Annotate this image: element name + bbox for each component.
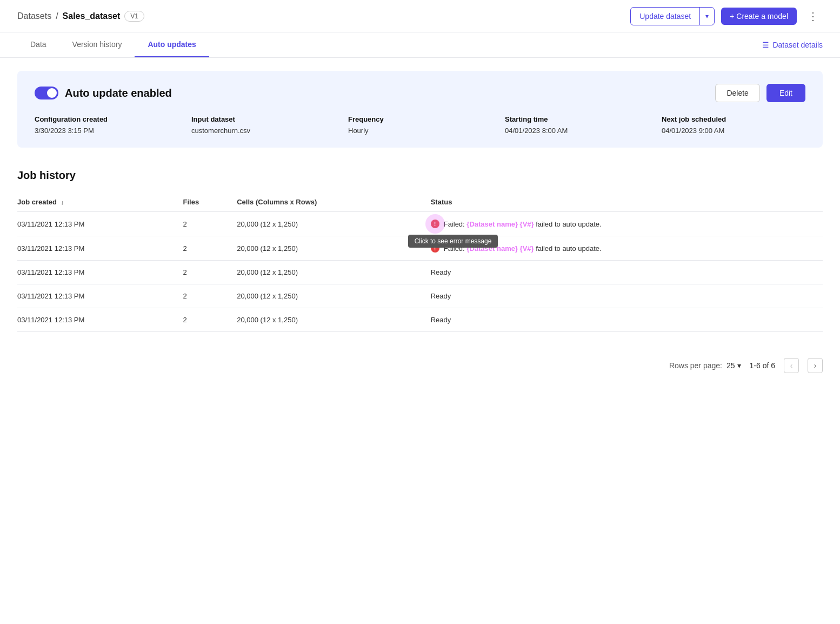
update-dataset-label: Update dataset <box>631 8 700 25</box>
status-error: !Failed: {Dataset name} {V#} failed to a… <box>431 244 814 253</box>
breadcrumb-sep: / <box>56 11 58 21</box>
tab-auto-updates[interactable]: Auto updates <box>135 32 209 57</box>
cell-date: 03/11/2021 12:13 PM <box>17 308 183 332</box>
error-icon-wrapper[interactable]: !Click to see error message <box>431 220 439 228</box>
starting-time-label: Starting time <box>505 115 649 123</box>
dataset-details-icon: ☰ <box>762 41 769 49</box>
cell-status[interactable]: !Failed: {Dataset name} {V#} failed to a… <box>431 236 823 261</box>
cell-cells: 20,000 (12 x 1,250) <box>237 308 430 332</box>
tabs-bar: Data Version history Auto updates ☰ Data… <box>0 32 840 58</box>
next-job-value: 04/01/2023 9:00 AM <box>662 127 805 135</box>
status-ready: Ready <box>431 268 451 276</box>
page-info: 1-6 of 6 <box>750 361 775 370</box>
error-icon: ! <box>431 244 439 253</box>
config-input-dataset: Input dataset customerchurn.csv <box>191 115 335 135</box>
update-dataset-dropdown-icon[interactable]: ▾ <box>700 8 714 24</box>
status-text-post: failed to auto update. <box>534 244 602 253</box>
table-row: 03/11/2021 12:13 PM220,000 (12 x 1,250)!… <box>17 212 823 236</box>
dataset-details-label: Dataset details <box>772 41 823 49</box>
status-text-pre: Failed: <box>444 220 467 228</box>
status-text-post: failed to auto update. <box>534 220 602 228</box>
col-status: Status <box>431 192 823 212</box>
auto-update-toggle[interactable] <box>35 87 58 99</box>
cell-cells: 20,000 (12 x 1,250) <box>237 212 430 236</box>
col-files: Files <box>183 192 237 212</box>
next-page-button[interactable]: › <box>808 358 823 373</box>
pagination: Rows per page: 25 ▾ 1-6 of 6 ‹ › <box>0 345 840 386</box>
create-model-label: + Create a model <box>730 12 788 21</box>
cell-files: 2 <box>183 212 237 236</box>
rows-per-page-value: 25 <box>726 361 735 370</box>
col-cells: Cells (Columns x Rows) <box>237 192 430 212</box>
rows-per-page-select[interactable]: 25 ▾ <box>726 361 741 370</box>
job-history-table: Job created ↓ Files Cells (Columns x Row… <box>17 192 823 332</box>
status-error: !Click to see error messageFailed: {Data… <box>431 220 814 228</box>
status-highlight: {Dataset name} {V#} <box>466 220 534 228</box>
sort-icon: ↓ <box>61 199 64 205</box>
cell-files: 2 <box>183 236 237 261</box>
frequency-value: Hourly <box>348 127 492 135</box>
header: Datasets / Sales_dataset V1 Update datas… <box>0 0 840 32</box>
status-text: Failed: {Dataset name} {V#} failed to au… <box>444 220 602 228</box>
starting-time-value: 04/01/2023 8:00 AM <box>505 127 649 135</box>
frequency-label: Frequency <box>348 115 492 123</box>
auto-update-header: Auto update enabled Delete Edit <box>35 84 805 102</box>
create-model-button[interactable]: + Create a model <box>721 8 797 25</box>
breadcrumb-dataset[interactable]: Sales_dataset <box>63 11 121 21</box>
config-created-label: Configuration created <box>35 115 178 123</box>
tab-version-history[interactable]: Version history <box>59 32 135 57</box>
header-actions: Update dataset ▾ + Create a model ⋮ <box>630 7 823 25</box>
status-ready: Ready <box>431 316 451 324</box>
table-row: 03/11/2021 12:13 PM220,000 (12 x 1,250)!… <box>17 236 823 261</box>
config-grid: Configuration created 3/30/2023 3:15 PM … <box>35 115 805 135</box>
prev-page-button[interactable]: ‹ <box>784 358 799 373</box>
status-text-pre: Failed: <box>444 244 467 253</box>
auto-update-title: Auto update enabled <box>65 87 172 99</box>
col-job-created[interactable]: Job created ↓ <box>17 192 183 212</box>
cell-status: Ready <box>431 261 823 284</box>
tab-data[interactable]: Data <box>17 32 59 57</box>
more-options-button[interactable]: ⋮ <box>803 8 823 25</box>
breadcrumb-datasets[interactable]: Datasets <box>17 11 51 21</box>
cell-cells: 20,000 (12 x 1,250) <box>237 261 430 284</box>
cell-cells: 20,000 (12 x 1,250) <box>237 236 430 261</box>
delete-button[interactable]: Delete <box>715 84 759 102</box>
cell-files: 2 <box>183 308 237 332</box>
config-created: Configuration created 3/30/2023 3:15 PM <box>35 115 178 135</box>
config-starting-time: Starting time 04/01/2023 8:00 AM <box>505 115 649 135</box>
update-dataset-button[interactable]: Update dataset ▾ <box>630 7 715 25</box>
next-job-label: Next job scheduled <box>662 115 805 123</box>
job-history-section: Job history Job created ↓ Files Cells (C… <box>17 169 823 332</box>
cell-date: 03/11/2021 12:13 PM <box>17 212 183 236</box>
dataset-details-link[interactable]: ☰ Dataset details <box>762 33 823 57</box>
status-text: Failed: {Dataset name} {V#} failed to au… <box>444 244 602 253</box>
table-row: 03/11/2021 12:13 PM220,000 (12 x 1,250)R… <box>17 261 823 284</box>
tabs-list: Data Version history Auto updates <box>17 32 209 57</box>
cell-date: 03/11/2021 12:13 PM <box>17 236 183 261</box>
cell-cells: 20,000 (12 x 1,250) <box>237 284 430 308</box>
error-icon-wrapper[interactable]: ! <box>431 244 439 253</box>
table-row: 03/11/2021 12:13 PM220,000 (12 x 1,250)R… <box>17 308 823 332</box>
cell-status[interactable]: !Click to see error messageFailed: {Data… <box>431 212 823 236</box>
job-history-title: Job history <box>17 169 823 182</box>
cell-files: 2 <box>183 284 237 308</box>
status-ready: Ready <box>431 292 451 300</box>
status-highlight: {Dataset name} {V#} <box>466 244 534 253</box>
card-actions: Delete Edit <box>715 84 805 102</box>
cell-status: Ready <box>431 308 823 332</box>
table-header-row: Job created ↓ Files Cells (Columns x Row… <box>17 192 823 212</box>
config-frequency: Frequency Hourly <box>348 115 492 135</box>
auto-update-title-row: Auto update enabled <box>35 87 172 99</box>
table-row: 03/11/2021 12:13 PM220,000 (12 x 1,250)R… <box>17 284 823 308</box>
rows-per-page: Rows per page: 25 ▾ <box>669 361 741 370</box>
more-icon: ⋮ <box>808 10 818 22</box>
auto-update-card: Auto update enabled Delete Edit Configur… <box>17 71 823 148</box>
edit-button[interactable]: Edit <box>766 84 805 102</box>
cell-date: 03/11/2021 12:13 PM <box>17 261 183 284</box>
version-badge: V1 <box>124 11 144 22</box>
config-next-job: Next job scheduled 04/01/2023 9:00 AM <box>662 115 805 135</box>
rows-per-page-label: Rows per page: <box>669 361 722 370</box>
input-dataset-label: Input dataset <box>191 115 335 123</box>
rows-per-page-dropdown-icon: ▾ <box>737 361 741 370</box>
cell-date: 03/11/2021 12:13 PM <box>17 284 183 308</box>
